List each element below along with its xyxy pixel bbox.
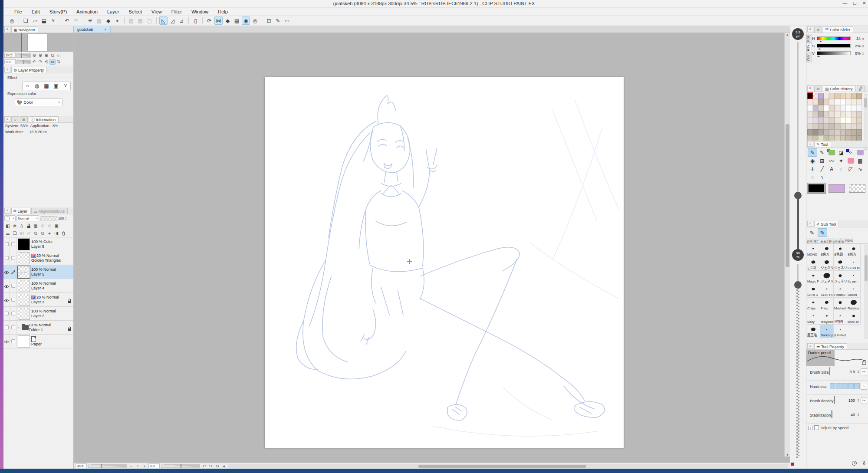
color-swatch[interactable] <box>807 129 813 135</box>
tab-color-slider[interactable]: ☷Color Slider <box>823 26 853 33</box>
color-swatch[interactable] <box>851 111 857 117</box>
maximize-button[interactable]: □ <box>853 0 856 6</box>
opacity-slider-handle[interactable] <box>794 281 802 289</box>
selection-tool[interactable]: ◌ <box>808 173 817 181</box>
layer-thumbnail[interactable] <box>18 252 30 264</box>
effect-caret-icon[interactable]: ˅ <box>61 82 70 90</box>
layer-row[interactable]: 20 % NormalLayer 3 <box>3 293 73 307</box>
color-swatch[interactable] <box>824 129 829 135</box>
layer-list-icon[interactable]: ▤ <box>233 16 241 25</box>
subtool-item[interactable]: ジェネリ <box>834 271 847 284</box>
blend-tool[interactable]: ◉ <box>808 157 817 165</box>
property-value[interactable]: 3.9 <box>849 370 855 374</box>
navigator-zoom-slider[interactable] <box>16 53 31 58</box>
transparent-color-swatch[interactable] <box>849 184 865 193</box>
zoom-out-icon[interactable]: ⊖ <box>31 53 37 58</box>
layer-thumbnail[interactable] <box>18 294 30 306</box>
redo-icon[interactable]: ↷ <box>72 16 80 25</box>
color-swatch[interactable] <box>845 99 851 105</box>
layer-visibility-cell[interactable] <box>3 321 10 335</box>
reference-layer-icon[interactable]: ✲ <box>11 223 18 229</box>
delete-layer-icon[interactable] <box>60 230 67 236</box>
tab-color-history[interactable]: ▤Color History <box>823 85 856 92</box>
menu-item-window[interactable]: Window <box>187 9 213 15</box>
color-swatch[interactable] <box>824 105 829 111</box>
frame-border-tool[interactable]: ◸ <box>846 165 855 173</box>
apply-mask-icon[interactable]: ◨ <box>53 230 60 236</box>
subtool-item[interactable]: 눈토끼 <box>807 257 820 271</box>
lasso-tool[interactable]: 〰 <box>827 157 836 165</box>
color-swatch[interactable] <box>840 129 846 135</box>
main-color-swatch[interactable] <box>808 184 825 193</box>
layer-row[interactable]: 100 % NormalLayer 4 <box>3 279 73 293</box>
hardness-segment[interactable] <box>848 383 854 389</box>
rotate-left-icon[interactable]: ↶ <box>31 59 37 65</box>
layer-thumbnail[interactable] <box>18 308 30 320</box>
menu-item-file[interactable]: File <box>10 9 27 15</box>
clip-to-layer-icon[interactable]: ◧ <box>4 223 11 229</box>
new-canvas-icon[interactable]: ❏ <box>22 16 30 25</box>
color-swatch[interactable] <box>835 111 840 117</box>
tab-information[interactable]: ⓘInformation <box>29 116 59 122</box>
open-file-icon[interactable]: ▱ <box>31 16 39 25</box>
subtool-item[interactable]: (Limited <box>834 325 847 338</box>
windows-taskbar-edge[interactable] <box>0 469 868 473</box>
palette-color-dropdown[interactable]: ˅ <box>4 215 16 221</box>
zoom-reset-icon[interactable]: ▪ <box>141 463 147 469</box>
layer-edit-cell[interactable] <box>10 293 16 307</box>
combine-layer-icon[interactable]: ⧉ <box>39 230 46 236</box>
flip-horizontal-icon[interactable]: ⋈ <box>214 16 223 25</box>
layer-visibility-cell[interactable] <box>3 307 10 321</box>
subtool-group-tab[interactable]: 재수 <box>813 238 820 243</box>
tab-color-wheel-icon[interactable]: ◉ <box>814 26 822 33</box>
subtool-item[interactable]: S色方 <box>820 244 834 257</box>
color-swatch[interactable] <box>840 105 846 111</box>
diamond-icon[interactable]: ◆ <box>224 16 232 25</box>
tab-align-distribute[interactable]: ▭Align/Distribute <box>31 208 68 214</box>
tab-close-icon[interactable]: × <box>105 27 107 32</box>
menu-item-filter[interactable]: Filter <box>167 9 187 15</box>
horizontal-scrollbar[interactable] <box>228 464 788 468</box>
layer-visibility-cell[interactable] <box>3 265 10 279</box>
statusbar-rotate-value[interactable]: 0.0 <box>148 463 160 468</box>
tab-color-set-icon[interactable]: ▦ <box>814 85 822 92</box>
layer-visibility-cell[interactable] <box>3 279 10 293</box>
pen-correction-icon[interactable]: ✎ <box>274 16 282 25</box>
crop-mark-icon[interactable]: ⌖ <box>113 16 122 25</box>
navigator-icon[interactable]: ◆ <box>104 16 112 25</box>
fit-to-window-icon[interactable]: ◱ <box>56 53 62 58</box>
color-swatch[interactable] <box>851 99 857 105</box>
target-b-icon[interactable]: ◎ <box>251 16 259 25</box>
save-caret-icon[interactable]: ˅ <box>49 16 57 25</box>
color-swatch[interactable] <box>818 105 824 111</box>
opacity-badge[interactable]: 90% <box>792 249 804 261</box>
hardness-segments[interactable] <box>830 383 860 389</box>
property-slider[interactable] <box>829 367 830 375</box>
new-folder-icon[interactable]: ▱ <box>25 230 32 236</box>
wrench-icon[interactable] <box>861 460 866 466</box>
opacity-slider[interactable] <box>40 216 57 220</box>
fit-to-screen-icon[interactable]: ⧉ <box>49 53 56 58</box>
folder-expander-icon[interactable]: › <box>17 325 22 330</box>
subtool-group-tab[interactable]: 펜 <box>829 238 832 243</box>
slider-track-v[interactable] <box>817 51 851 55</box>
flip-horizontal-icon[interactable]: ⋈ <box>49 59 56 65</box>
color-swatch[interactable] <box>856 93 862 99</box>
subtool-item[interactable]: S色圆 <box>834 244 847 257</box>
subtool-item[interactable]: Magic F <box>807 271 820 284</box>
panel-menu-icon[interactable]: ≡ <box>807 343 813 349</box>
lock-transparent-icon[interactable]: ▦ <box>32 223 39 229</box>
tablet-mode-icon[interactable]: ▯ <box>191 16 200 25</box>
subtool-item[interactable]: S线方 <box>847 244 861 257</box>
expand-icon[interactable]: › <box>861 383 867 390</box>
layer-row[interactable]: 100 % NormalLayer 2 <box>3 307 73 321</box>
color-swatch[interactable] <box>856 129 862 135</box>
custom-brush-pink-tool[interactable] <box>846 157 855 165</box>
slider-spinner[interactable]: ▲▼ <box>862 44 864 48</box>
subtool-group-tab[interactable]: 드 <box>841 238 845 243</box>
layer-row[interactable]: 100 % ColorLayer 8 <box>3 237 73 251</box>
layer-visibility-cell[interactable] <box>3 251 10 265</box>
color-swatch[interactable] <box>807 105 813 111</box>
layer-edit-cell[interactable] <box>10 335 16 348</box>
color-swatch[interactable] <box>856 105 862 111</box>
